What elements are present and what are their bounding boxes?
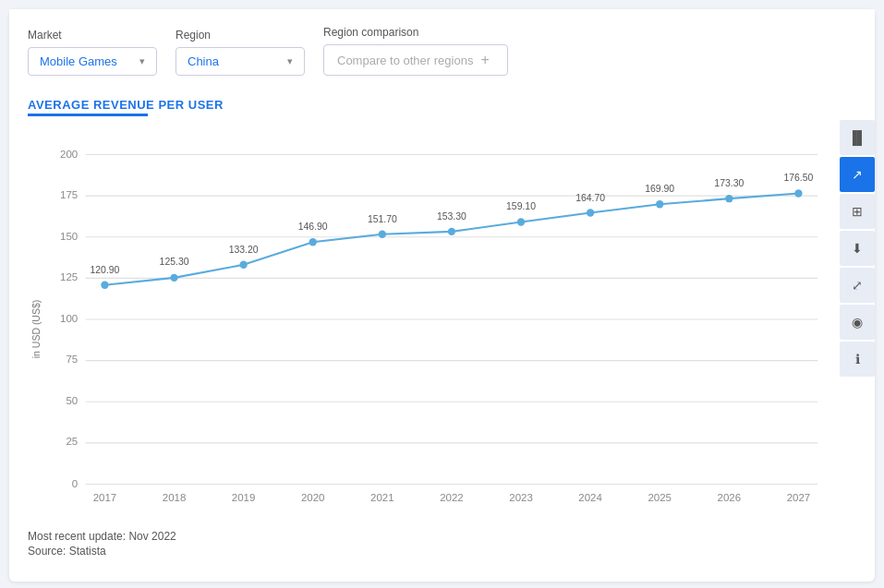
region-value: China xyxy=(188,54,219,68)
svg-text:2022: 2022 xyxy=(440,492,464,503)
eye-icon: ◉ xyxy=(852,315,863,330)
info-icon: ℹ xyxy=(855,352,860,366)
svg-text:75: 75 xyxy=(66,354,78,365)
svg-text:150: 150 xyxy=(60,231,78,242)
comparison-label: Region comparison xyxy=(323,26,508,39)
svg-text:159.10: 159.10 xyxy=(506,201,536,211)
market-value: Mobile Games xyxy=(40,54,117,68)
svg-text:164.70: 164.70 xyxy=(575,193,605,203)
chart-footer: Most recent update: Nov 2022 Source: Sta… xyxy=(9,522,875,563)
bar-chart-icon-button[interactable]: ▐▌ xyxy=(840,120,875,155)
expand-icon: ⤢ xyxy=(852,278,863,293)
svg-text:175: 175 xyxy=(60,189,78,200)
svg-text:173.30: 173.30 xyxy=(714,178,744,188)
svg-text:25: 25 xyxy=(66,436,78,447)
svg-text:2024: 2024 xyxy=(578,492,602,503)
svg-text:120.90: 120.90 xyxy=(91,265,120,275)
chart-svg: in USD (US$) 0 25 50 75 100 125 150 xyxy=(28,126,856,513)
comparison-filter-group: Region comparison Compare to other regio… xyxy=(323,26,508,76)
svg-text:125: 125 xyxy=(60,271,78,282)
svg-text:151.70: 151.70 xyxy=(368,214,397,224)
bar-chart-icon: ▐▌ xyxy=(848,130,866,145)
data-point-2026 xyxy=(725,195,733,202)
svg-text:153.30: 153.30 xyxy=(437,211,466,222)
svg-text:100: 100 xyxy=(60,313,78,324)
data-point-2025 xyxy=(656,200,663,208)
download-icon: ⬇ xyxy=(852,241,863,256)
chart-title: AVERAGE REVENUE PER USER xyxy=(28,98,856,112)
svg-text:176.50: 176.50 xyxy=(783,173,813,183)
trend-icon: ↗ xyxy=(852,167,863,182)
region-label: Region xyxy=(176,29,305,42)
svg-text:125.30: 125.30 xyxy=(160,257,189,267)
svg-text:in USD (US$): in USD (US$) xyxy=(31,300,42,359)
compare-placeholder: Compare to other regions xyxy=(337,54,473,67)
svg-text:2025: 2025 xyxy=(648,492,672,503)
region-dropdown[interactable]: China ▾ xyxy=(176,47,305,76)
main-container: Market Mobile Games ▾ Region China ▾ Reg… xyxy=(9,9,875,582)
chart-area: AVERAGE REVENUE PER USER in USD (US$) xyxy=(9,89,875,522)
table-icon: ⊞ xyxy=(852,204,863,219)
svg-text:0: 0 xyxy=(72,478,78,489)
data-point-2023 xyxy=(517,218,525,225)
info-icon-button[interactable]: ℹ xyxy=(840,342,875,377)
svg-text:2020: 2020 xyxy=(301,492,325,503)
market-filter-group: Market Mobile Games ▾ xyxy=(28,29,157,76)
table-icon-button[interactable]: ⊞ xyxy=(840,194,875,229)
chart-line xyxy=(104,194,798,285)
update-text: Most recent update: Nov 2022 xyxy=(28,530,856,543)
chart-wrapper: in USD (US$) 0 25 50 75 100 125 150 xyxy=(28,126,856,513)
svg-text:169.90: 169.90 xyxy=(645,184,674,194)
svg-text:50: 50 xyxy=(66,395,78,406)
data-point-2018 xyxy=(170,274,177,282)
market-dropdown[interactable]: Mobile Games ▾ xyxy=(28,47,157,76)
compare-button[interactable]: Compare to other regions + xyxy=(323,44,508,76)
market-label: Market xyxy=(28,29,157,42)
region-chevron-icon: ▾ xyxy=(287,55,293,67)
svg-text:133.20: 133.20 xyxy=(229,245,259,255)
eye-icon-button[interactable]: ◉ xyxy=(840,305,875,340)
data-point-2021 xyxy=(379,231,386,238)
source-text: Source: Statista xyxy=(28,545,856,558)
expand-icon-button[interactable]: ⤢ xyxy=(840,268,875,303)
svg-text:2017: 2017 xyxy=(93,492,117,503)
svg-text:2021: 2021 xyxy=(370,492,394,503)
data-point-2019 xyxy=(239,261,247,269)
filters-row: Market Mobile Games ▾ Region China ▾ Reg… xyxy=(9,9,875,89)
svg-text:2026: 2026 xyxy=(718,492,742,503)
data-point-2022 xyxy=(448,228,455,235)
svg-text:2018: 2018 xyxy=(163,492,187,503)
region-filter-group: Region China ▾ xyxy=(176,29,305,76)
plus-icon: + xyxy=(480,52,489,68)
download-icon-button[interactable]: ⬇ xyxy=(840,231,875,266)
sidebar-icons: ▐▌ ↗ ⊞ ⬇ ⤢ ◉ ℹ xyxy=(840,120,875,378)
data-point-2027 xyxy=(794,189,802,197)
market-chevron-icon: ▾ xyxy=(139,55,145,67)
trend-icon-button[interactable]: ↗ xyxy=(840,157,875,192)
svg-text:2023: 2023 xyxy=(509,492,533,503)
data-point-2017 xyxy=(101,282,108,289)
svg-text:200: 200 xyxy=(60,149,78,160)
svg-text:2027: 2027 xyxy=(787,492,811,503)
data-point-2020 xyxy=(309,238,317,246)
title-underline xyxy=(28,114,148,116)
svg-text:2019: 2019 xyxy=(232,492,256,503)
data-point-2024 xyxy=(587,209,594,216)
svg-text:146.90: 146.90 xyxy=(298,222,328,232)
